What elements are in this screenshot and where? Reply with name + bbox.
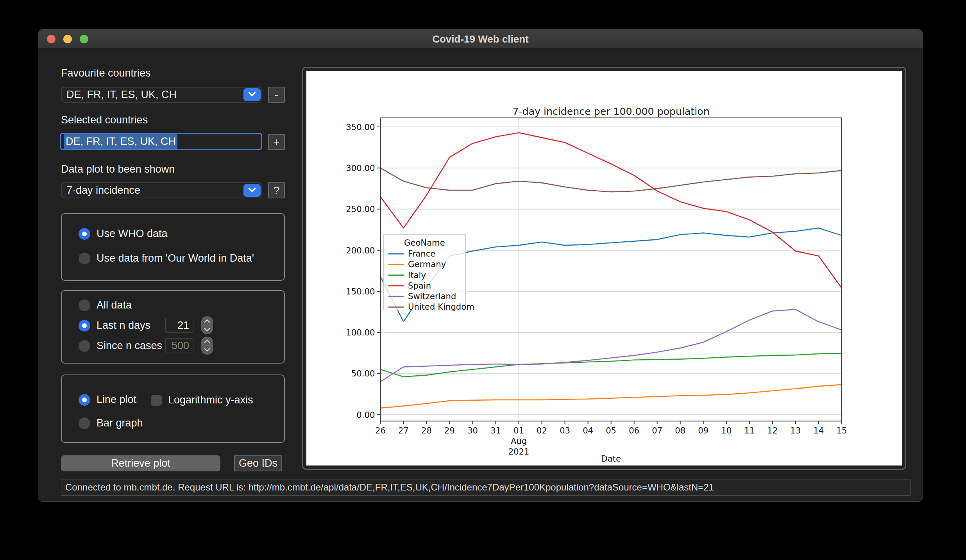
all-data-radio-label: All data [97, 299, 132, 311]
x-tick-label: 01 [513, 426, 524, 435]
y-tick-label: 50.00 [351, 369, 375, 379]
add-favourite-button[interactable]: + [268, 134, 285, 150]
chevron-down-icon [248, 91, 256, 98]
data-source-group: Use WHO data Use data from 'Our World in… [61, 213, 285, 281]
y-tick-label: 250.00 [346, 205, 375, 214]
combobox-dropdown-button[interactable] [243, 184, 261, 197]
x-year-label: 2021 [508, 447, 530, 457]
x-tick-label: 29 [444, 426, 455, 435]
chart-canvas: 2627282930310102030405060708091011121314… [306, 71, 902, 465]
window-title: Covid-19 Web client [38, 30, 923, 48]
x-tick-label: 10 [721, 426, 732, 435]
plot-type-combobox[interactable]: 7-day incidence [61, 182, 262, 198]
combobox-dropdown-button[interactable] [243, 88, 261, 101]
chevron-down-icon [248, 187, 256, 194]
bar-graph-radio-row[interactable]: Bar graph [79, 417, 143, 429]
since-n-cases-stepper[interactable] [201, 337, 213, 355]
x-tick-label: 09 [698, 426, 708, 435]
selected-countries-input[interactable]: DE, FR, IT, ES, UK, CH [60, 133, 262, 150]
since-n-cases-spinbox: 500 [165, 338, 193, 353]
chevron-up-icon [204, 338, 210, 345]
help-button[interactable]: ? [268, 182, 285, 198]
data-range-group: All data Last n days 21 Since n cases 50… [61, 290, 285, 364]
app-window: Covid-19 Web client Favourite countries … [38, 29, 923, 502]
x-tick-label: 28 [421, 426, 432, 435]
retrieve-plot-button[interactable]: Retrieve plot [61, 455, 220, 471]
chevron-up-icon [204, 317, 210, 325]
all-data-radio-row[interactable]: All data [79, 299, 132, 311]
line-plot-radio[interactable] [79, 394, 90, 406]
minimize-window-icon[interactable] [63, 35, 72, 43]
chevron-down-icon [204, 346, 210, 353]
since-n-cases-radio-row[interactable]: Since n cases [79, 340, 162, 352]
plot-type-value: 7-day incidence [62, 184, 140, 196]
x-tick-label: 05 [606, 426, 616, 435]
owid-radio[interactable] [79, 253, 90, 264]
all-data-radio[interactable] [79, 300, 90, 311]
chart-line-united-kingdom [380, 168, 841, 192]
chart-svg: 2627282930310102030405060708091011121314… [306, 71, 902, 465]
favourite-countries-value: DE, FR, IT, ES, UK, CH [62, 89, 177, 101]
last-n-days-radio-row[interactable]: Last n days [79, 319, 150, 332]
owid-radio-row[interactable]: Use data from 'Our World in Data' [79, 252, 254, 264]
last-n-days-radio[interactable] [79, 320, 90, 332]
x-tick-label: 02 [537, 426, 547, 435]
zoom-window-icon[interactable] [80, 35, 88, 43]
plot-type-label: Data plot to been shown [61, 163, 175, 175]
x-tick-label: 08 [675, 426, 685, 435]
chart-line-switzerland [380, 309, 841, 382]
title-bar[interactable]: Covid-19 Web client [38, 30, 923, 48]
x-month-label: Aug [511, 436, 527, 446]
chart-title: 7-day incidence per 100.000 population [513, 106, 710, 117]
y-tick-label: 150.00 [346, 287, 375, 296]
y-tick-label: 200.00 [346, 246, 375, 255]
since-n-cases-radio[interactable] [79, 340, 90, 352]
who-radio-row[interactable]: Use WHO data [79, 228, 168, 240]
x-axis-title: Date [601, 454, 621, 464]
legend-label: Switzerland [408, 291, 456, 301]
plot-style-group: Line plot Logarithmic y-axis Bar graph [61, 375, 285, 443]
legend-label: United Kingdom [408, 302, 474, 312]
line-plot-radio-label: Line plot [97, 394, 136, 406]
favourite-countries-combobox[interactable]: DE, FR, IT, ES, UK, CH [61, 87, 262, 103]
log-y-axis-checkbox-row[interactable]: Logarithmic y-axis [151, 394, 253, 406]
log-y-axis-checkbox-label: Logarithmic y-axis [168, 394, 253, 406]
last-n-days-spinbox[interactable]: 21 [165, 318, 193, 333]
legend-label: Spain [408, 281, 431, 291]
owid-radio-label: Use data from 'Our World in Data' [97, 252, 254, 264]
who-radio-label: Use WHO data [97, 228, 168, 240]
close-window-icon[interactable] [47, 35, 55, 43]
x-tick-label: 06 [629, 426, 639, 435]
legend-label: Germany [408, 259, 446, 269]
x-tick-label: 12 [767, 426, 778, 435]
y-tick-label: 0.00 [356, 410, 375, 420]
legend-label: France [408, 249, 435, 259]
chevron-down-icon [204, 326, 210, 333]
chart-line-germany [380, 385, 841, 408]
legend-title: GeoName [404, 238, 445, 248]
selected-countries-label: Selected countries [61, 114, 148, 126]
favourite-countries-label: Favourite countries [61, 67, 151, 79]
selected-countries-value: DE, FR, IT, ES, UK, CH [64, 134, 177, 149]
line-plot-radio-row[interactable]: Line plot [79, 394, 136, 406]
last-n-days-stepper[interactable] [201, 316, 213, 334]
y-tick-label: 300.00 [346, 163, 375, 173]
y-tick-label: 100.00 [346, 328, 375, 337]
log-y-axis-checkbox[interactable] [151, 395, 162, 406]
bar-graph-radio-label: Bar graph [97, 417, 143, 429]
geo-ids-button[interactable]: Geo IDs [234, 455, 282, 471]
status-bar: Connected to mb.cmbt.de. Request URL is:… [61, 480, 911, 496]
last-n-days-radio-label: Last n days [97, 319, 150, 332]
since-n-cases-radio-label: Since n cases [97, 340, 162, 352]
who-radio[interactable] [79, 228, 90, 240]
chart-panel: 2627282930310102030405060708091011121314… [302, 67, 906, 470]
x-tick-label: 31 [490, 426, 501, 435]
bar-graph-radio[interactable] [79, 417, 90, 429]
x-tick-label: 26 [375, 426, 386, 435]
x-tick-label: 07 [652, 426, 662, 435]
x-tick-label: 13 [790, 426, 801, 435]
x-tick-label: 27 [398, 426, 409, 435]
x-tick-label: 03 [560, 426, 570, 435]
x-tick-label: 30 [467, 426, 478, 435]
remove-favourite-button[interactable]: - [268, 87, 285, 103]
